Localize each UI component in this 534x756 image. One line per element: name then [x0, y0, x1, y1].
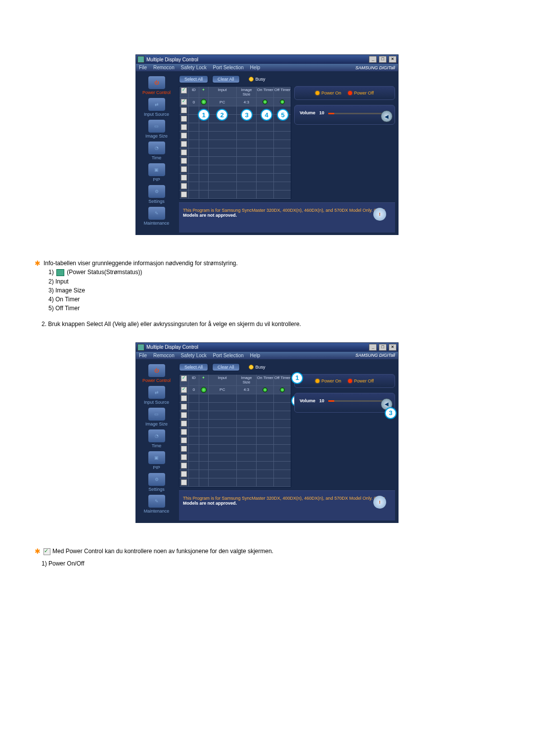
clear-all-button[interactable]: Clear All: [212, 75, 240, 83]
menu-file[interactable]: File: [139, 353, 147, 358]
sidebar-item-settings[interactable]: ⚙Settings: [136, 473, 177, 492]
row-checkbox[interactable]: [181, 454, 187, 460]
power-status-led: [201, 387, 207, 393]
sidebar-item-image-size[interactable]: ▭ Image Size: [136, 120, 177, 139]
power-on-button[interactable]: Power On: [315, 378, 341, 383]
row-checkbox[interactable]: [181, 412, 187, 418]
row-checkbox[interactable]: [181, 471, 187, 477]
row-checkbox[interactable]: [181, 158, 187, 164]
callout-3: 3: [241, 109, 253, 121]
row-checkbox[interactable]: [181, 395, 187, 401]
volume-knob-icon[interactable]: ◀: [381, 110, 393, 122]
row-checkbox[interactable]: [181, 437, 187, 443]
grid-row-empty[interactable]: [179, 140, 291, 148]
callout-3: 3: [385, 407, 397, 419]
header-checkbox[interactable]: [181, 376, 187, 381]
grid-row-empty[interactable]: [179, 394, 291, 403]
row-checkbox[interactable]: [181, 479, 187, 485]
window-title: Multiple Display Control: [146, 57, 198, 62]
sidebar-item-maintenance[interactable]: ✎Maintenance: [136, 495, 177, 514]
power-off-button[interactable]: Power Off: [348, 378, 374, 383]
callout-1: 1: [291, 372, 303, 384]
row-checkbox[interactable]: [181, 463, 187, 469]
sidebar-item-input-source[interactable]: ⇄ Input Source: [136, 98, 177, 117]
row-checkbox[interactable]: [181, 404, 187, 410]
menu-remocon[interactable]: Remocon: [153, 65, 175, 70]
volume-slider[interactable]: [328, 400, 390, 402]
grid-row-empty[interactable]: [179, 453, 291, 462]
grid-row-empty[interactable]: [179, 157, 291, 165]
grid-row-empty[interactable]: [179, 115, 291, 123]
grid-row-empty[interactable]: [179, 445, 291, 453]
menu-port-selection[interactable]: Port Selection: [213, 353, 244, 358]
sidebar-item-time[interactable]: ◔ Time: [136, 142, 177, 160]
row-checkbox[interactable]: [181, 149, 187, 155]
row-checkbox[interactable]: [181, 166, 187, 172]
grid-row-empty[interactable]: [179, 190, 291, 199]
power-off-button[interactable]: Power Off: [348, 91, 374, 95]
row-checkbox[interactable]: [181, 421, 187, 426]
row-checkbox[interactable]: [181, 446, 187, 452]
row-checkbox[interactable]: [181, 387, 187, 393]
menu-safety-lock[interactable]: Safety Lock: [181, 65, 207, 70]
sidebar-item-time[interactable]: ◔Time: [136, 429, 177, 448]
grid-row-empty[interactable]: [179, 165, 291, 174]
row-checkbox[interactable]: [181, 99, 187, 105]
grid-row-empty[interactable]: [179, 470, 291, 478]
power-on-button[interactable]: Power On: [315, 91, 341, 95]
minimize-button[interactable]: _: [369, 344, 377, 351]
sidebar-item-power-control[interactable]: ⏻Power Control: [136, 364, 177, 383]
row-checkbox[interactable]: [181, 175, 187, 181]
menu-help[interactable]: Help: [250, 65, 261, 70]
grid-row-empty[interactable]: [179, 174, 291, 182]
sidebar-item-input-source[interactable]: ⇄Input Source: [136, 386, 177, 405]
minimize-button[interactable]: _: [369, 56, 377, 63]
maximize-button[interactable]: □: [379, 56, 387, 63]
select-all-button[interactable]: Select All: [179, 363, 208, 371]
grid-row-empty[interactable]: [179, 106, 291, 115]
grid-row-empty[interactable]: [179, 411, 291, 420]
row-checkbox[interactable]: [181, 183, 187, 189]
grid-row-empty[interactable]: [179, 436, 291, 445]
header-checkbox[interactable]: [181, 88, 187, 94]
close-button[interactable]: ×: [389, 56, 397, 63]
row-checkbox[interactable]: [181, 191, 187, 197]
grid-row[interactable]: 0 PC 4:3: [179, 98, 291, 106]
row-checkbox[interactable]: [181, 116, 187, 122]
grid-row-empty[interactable]: [179, 462, 291, 470]
grid-row-empty[interactable]: [179, 478, 291, 487]
volume-slider[interactable]: [328, 113, 390, 114]
row-checkbox[interactable]: [181, 429, 187, 435]
menu-remocon[interactable]: Remocon: [153, 353, 175, 358]
sidebar-item-image-size[interactable]: ▭Image Size: [136, 408, 177, 426]
volume-label: Volume: [300, 110, 315, 115]
sidebar-item-maintenance[interactable]: ✎ Maintenance: [136, 207, 177, 226]
row-checkbox[interactable]: [181, 133, 187, 139]
menu-port-selection[interactable]: Port Selection: [213, 65, 244, 70]
star-icon: ✱: [35, 260, 41, 267]
row-checkbox[interactable]: [181, 124, 187, 130]
sidebar-item-settings[interactable]: ⚙ Settings: [136, 185, 177, 204]
maximize-button[interactable]: □: [379, 344, 387, 351]
row-checkbox[interactable]: [181, 107, 187, 113]
menu-safety-lock[interactable]: Safety Lock: [181, 353, 207, 358]
select-all-button[interactable]: Select All: [179, 75, 208, 83]
menu-help[interactable]: Help: [250, 353, 261, 358]
grid-row-empty[interactable]: [179, 403, 291, 411]
grid-row-empty[interactable]: [179, 428, 291, 436]
grid-row-empty[interactable]: [179, 182, 291, 190]
busy-dot-icon: [249, 365, 254, 370]
grid-row-empty[interactable]: [179, 148, 291, 157]
grid-row[interactable]: 0 PC 4:3: [179, 386, 291, 394]
sidebar-item-pip[interactable]: ▣ PIP: [136, 163, 177, 182]
sidebar-item-pip[interactable]: ▣PIP: [136, 451, 177, 470]
row-checkbox[interactable]: [181, 141, 187, 147]
menu-file[interactable]: File: [139, 65, 147, 70]
close-button[interactable]: ×: [389, 344, 397, 351]
grid-row-empty[interactable]: [179, 132, 291, 140]
grid-row-empty[interactable]: [179, 420, 291, 428]
grid-row-empty[interactable]: [179, 123, 291, 132]
volume-box: Volume 10 ◀ 3: [294, 393, 395, 413]
sidebar-item-power-control[interactable]: ⏻ Power Control: [136, 76, 177, 95]
clear-all-button[interactable]: Clear All: [212, 363, 240, 371]
